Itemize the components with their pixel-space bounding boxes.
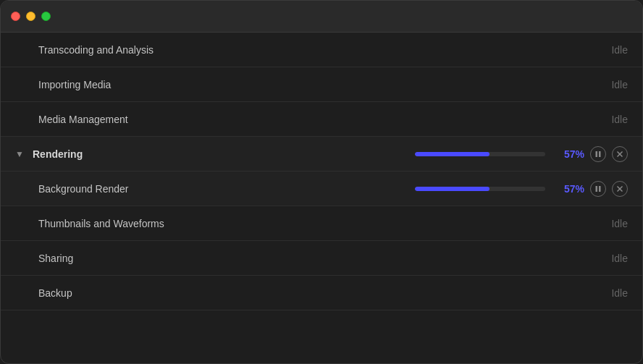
- title-bar: [1, 1, 642, 33]
- progress-bar-wrapper-rendering: [415, 152, 545, 156]
- progress-bar-wrapper-background-render: [415, 187, 545, 191]
- status-sharing: Idle: [611, 253, 628, 264]
- task-controls-rendering: [590, 146, 628, 162]
- status-media-management: Idle: [611, 114, 628, 125]
- svg-rect-4: [596, 186, 598, 192]
- progress-bar-fill-background-render: [415, 187, 489, 191]
- pause-button-rendering[interactable]: [590, 146, 606, 162]
- cancel-button-background-render[interactable]: [612, 181, 628, 197]
- task-name-media-management: Media Management: [38, 114, 611, 125]
- svg-rect-1: [599, 151, 601, 157]
- expand-arrow-rendering[interactable]: ▼: [15, 149, 27, 159]
- progress-container-background-render: 57%: [415, 183, 584, 195]
- task-row-importing: Importing MediaIdle: [1, 67, 642, 102]
- minimize-button[interactable]: [26, 12, 35, 21]
- svg-rect-0: [596, 151, 598, 157]
- cancel-button-rendering[interactable]: [612, 146, 628, 162]
- progress-percent-rendering: 57%: [555, 148, 584, 160]
- task-row-background-render: Background Render57%: [1, 172, 642, 206]
- task-name-backup: Backup: [38, 287, 611, 299]
- close-button[interactable]: [11, 12, 20, 21]
- status-backup: Idle: [611, 287, 628, 299]
- svg-rect-5: [599, 186, 601, 192]
- traffic-lights: [11, 12, 51, 21]
- task-row-rendering: ▼Rendering57%: [1, 137, 642, 172]
- task-name-rendering: Rendering: [33, 148, 415, 160]
- task-controls-background-render: [590, 181, 628, 197]
- task-name-sharing: Sharing: [38, 253, 611, 264]
- task-list: Transcoding and AnalysisIdleImporting Me…: [1, 33, 642, 363]
- task-row-sharing: SharingIdle: [1, 241, 642, 276]
- progress-percent-background-render: 57%: [555, 183, 584, 195]
- status-importing: Idle: [611, 79, 628, 90]
- task-name-transcoding: Transcoding and Analysis: [38, 44, 611, 56]
- task-row-backup: BackupIdle: [1, 276, 642, 310]
- status-thumbnails: Idle: [611, 218, 628, 229]
- background-tasks-window: Transcoding and AnalysisIdleImporting Me…: [0, 0, 643, 364]
- task-name-thumbnails: Thumbnails and Waveforms: [38, 218, 611, 229]
- pause-button-background-render[interactable]: [590, 181, 606, 197]
- progress-container-rendering: 57%: [415, 148, 584, 160]
- task-row-thumbnails: Thumbnails and WaveformsIdle: [1, 206, 642, 241]
- task-name-importing: Importing Media: [38, 79, 611, 90]
- task-row-media-management: Media ManagementIdle: [1, 102, 642, 137]
- progress-bar-fill-rendering: [415, 152, 489, 156]
- maximize-button[interactable]: [41, 12, 51, 21]
- task-row-transcoding: Transcoding and AnalysisIdle: [1, 33, 642, 67]
- status-transcoding: Idle: [611, 44, 628, 56]
- task-name-background-render: Background Render: [38, 183, 415, 195]
